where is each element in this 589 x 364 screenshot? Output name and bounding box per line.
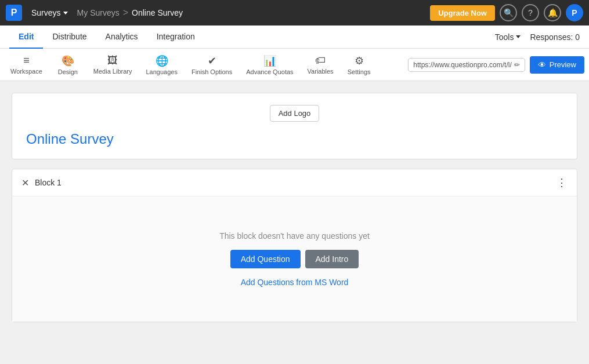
app-logo[interactable]: P [6, 5, 22, 21]
block-header: ✕ Block 1 ⋮ [12, 169, 577, 196]
surveys-dropdown[interactable]: Surveys [27, 6, 73, 20]
add-logo-button[interactable]: Add Logo [270, 105, 320, 122]
edit-url-icon[interactable]: ✏ [514, 61, 520, 69]
toolbar-media-library[interactable]: 🖼 Media Library [88, 51, 138, 78]
toolbar-workspace-label: Workspace [10, 68, 42, 75]
toolbar-settings[interactable]: ⚙ Settings [342, 51, 377, 79]
block-collapse-icon[interactable]: ✕ [21, 177, 29, 188]
tools-arrow-icon [516, 35, 521, 38]
add-from-word-link[interactable]: Add Questions from MS Word [241, 278, 349, 287]
help-button[interactable]: ? [522, 4, 539, 21]
second-nav-right: Tools Responses: 0 [495, 32, 580, 42]
eye-icon: 👁 [538, 60, 546, 70]
toolbar-right: https://www.questionpro.com/t/l/ ✏ 👁 Pre… [408, 56, 584, 74]
block-card: ✕ Block 1 ⋮ This block doesn't have any … [12, 169, 577, 322]
toolbar-languages-label: Languages [146, 68, 177, 75]
languages-icon: 🌐 [156, 54, 168, 67]
breadcrumb-current: Online Survey [132, 8, 183, 17]
profile-button[interactable]: P [566, 4, 583, 21]
toolbar-design-label: Design [58, 68, 78, 75]
toolbar: ≡ Workspace 🎨 Design 🖼 Media Library 🌐 L… [0, 49, 589, 81]
nav-item-analytics[interactable]: Analytics [96, 26, 147, 49]
url-value: https://www.questionpro.com/t/l/ [413, 61, 511, 69]
survey-header-card: Add Logo Online Survey [12, 93, 577, 159]
notification-button[interactable]: 🔔 [544, 4, 561, 21]
breadcrumb-my-surveys[interactable]: My Surveys [77, 8, 120, 17]
finish-options-icon: ✔ [208, 54, 216, 67]
block-actions: Add Question Add Intro [230, 250, 359, 268]
search-button[interactable]: 🔍 [500, 4, 517, 21]
advance-quotas-icon: 📊 [263, 54, 276, 67]
toolbar-languages[interactable]: 🌐 Languages [140, 51, 183, 79]
toolbar-variables[interactable]: 🏷 Variables [302, 51, 339, 78]
empty-message: This block doesn't have any questions ye… [219, 231, 370, 241]
breadcrumb-separator: > [123, 8, 128, 18]
toolbar-media-label: Media Library [93, 68, 132, 75]
block-title: Block 1 [35, 178, 551, 187]
block-body: This block doesn't have any questions ye… [12, 196, 577, 322]
nav-item-distribute[interactable]: Distribute [43, 26, 96, 49]
toolbar-finish-options[interactable]: ✔ Finish Options [186, 51, 238, 79]
block-menu-icon[interactable]: ⋮ [557, 176, 568, 189]
nav-item-integration[interactable]: Integration [147, 26, 204, 49]
toolbar-variables-label: Variables [308, 68, 334, 75]
toolbar-quotas-label: Advance Quotas [246, 68, 293, 75]
dropdown-arrow-icon [63, 12, 68, 14]
add-question-button[interactable]: Add Question [230, 250, 301, 268]
preview-button[interactable]: 👁 Preview [530, 56, 584, 74]
responses-count: Responses: 0 [530, 32, 580, 42]
toolbar-finish-label: Finish Options [191, 68, 232, 75]
nav-item-edit[interactable]: Edit [9, 26, 43, 49]
survey-title: Online Survey [24, 131, 565, 147]
top-nav-right: Upgrade Now 🔍 ? 🔔 P [430, 4, 583, 21]
upgrade-button[interactable]: Upgrade Now [430, 5, 495, 21]
preview-label: Preview [550, 60, 576, 69]
toolbar-design[interactable]: 🎨 Design [50, 51, 85, 79]
media-library-icon: 🖼 [107, 54, 118, 67]
workspace-icon: ≡ [23, 54, 30, 67]
second-nav-bar: Edit Distribute Analytics Integration To… [0, 26, 589, 49]
top-nav-bar: P Surveys My Surveys > Online Survey Upg… [0, 0, 589, 26]
main-content: Add Logo Online Survey ✕ Block 1 ⋮ This … [0, 81, 589, 364]
add-intro-button[interactable]: Add Intro [305, 250, 359, 268]
settings-icon: ⚙ [355, 54, 364, 67]
design-icon: 🎨 [62, 54, 74, 67]
toolbar-settings-label: Settings [348, 68, 371, 75]
breadcrumb: My Surveys > Online Survey [77, 8, 183, 18]
url-bar: https://www.questionpro.com/t/l/ ✏ [408, 58, 525, 72]
variables-icon: 🏷 [315, 54, 326, 67]
toolbar-workspace[interactable]: ≡ Workspace [5, 51, 48, 78]
tools-dropdown[interactable]: Tools [495, 32, 521, 42]
toolbar-advance-quotas[interactable]: 📊 Advance Quotas [240, 51, 299, 79]
